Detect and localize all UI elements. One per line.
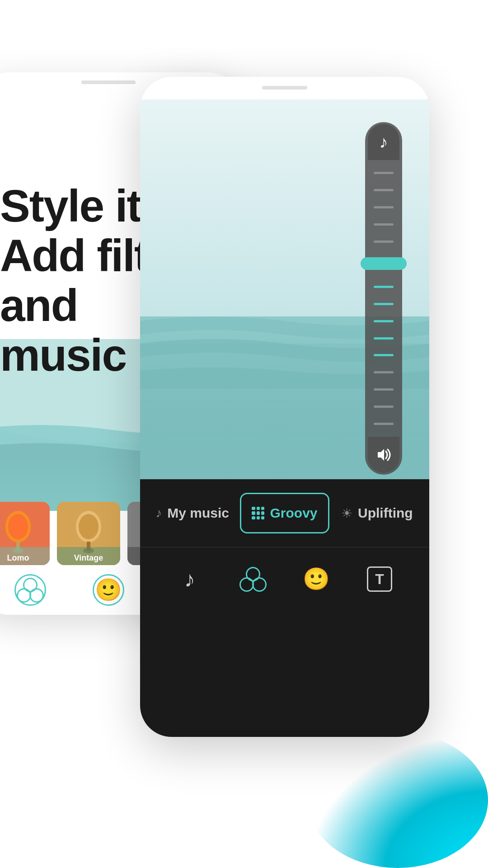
slider-line-10 [374, 354, 394, 356]
filter-thumb-lomo[interactable]: Lomo [0, 502, 50, 565]
slider-line-14 [374, 423, 394, 425]
slider-line-8 [374, 320, 394, 322]
slider-line-1 [374, 172, 394, 174]
slider-line-2 [374, 189, 394, 191]
slider-line-6 [374, 286, 394, 288]
toolbar-text-t-icon: T [367, 566, 392, 592]
toolbar-filters-btn[interactable] [235, 561, 271, 597]
slider-lines [365, 160, 402, 437]
front-phone-notch [262, 86, 307, 90]
toolbar-stickers-btn[interactable]: 🙂 [298, 561, 334, 597]
slider-bottom-icon [368, 437, 399, 473]
tab-groovy[interactable]: Groovy [240, 493, 329, 533]
slider-line-13 [374, 406, 394, 408]
music-tabs: ♪ My music Gr [140, 479, 429, 542]
back-phone-notch [81, 80, 136, 84]
groovy-grid-icon [252, 507, 264, 519]
slider-line-9 [374, 337, 394, 340]
uplifting-sun-icon: ☀ [341, 506, 352, 521]
toolbar-music-icon: ♪ [184, 567, 195, 592]
slider-line-5 [374, 241, 394, 243]
tab-uplifting-label: Uplifting [358, 505, 413, 521]
lomo-thumbnail-svg: Lomo [0, 502, 50, 565]
toolbar-music-btn[interactable]: ♪ [172, 561, 208, 597]
slider-thumb [361, 257, 407, 270]
speaker-icon [374, 445, 393, 464]
phone-screen: ♪ [140, 99, 429, 737]
svg-point-11 [79, 514, 99, 539]
slider-line-7 [374, 303, 394, 305]
slider-line-3 [374, 206, 394, 208]
svg-text:Vintage: Vintage [74, 553, 103, 562]
tagline-line3-text: music [0, 330, 126, 380]
my-music-note-icon: ♪ [155, 506, 162, 520]
svg-point-4 [8, 514, 28, 539]
toolbar-smiley-icon: 🙂 [303, 566, 330, 592]
phone-front: ♪ [140, 77, 429, 737]
tab-my-music-label: My music [167, 505, 229, 521]
smiley-btn-back[interactable]: 🙂 [93, 574, 124, 606]
toolbar-text-btn[interactable]: T [361, 561, 398, 597]
triple-circle-icon-toolbar [239, 567, 267, 592]
tab-groovy-label: Groovy [270, 505, 317, 521]
slider-line-11 [374, 371, 394, 373]
svg-text:Lomo: Lomo [7, 553, 29, 562]
vintage-thumbnail-svg: Vintage [57, 502, 120, 565]
slider-line-12 [374, 388, 394, 391]
music-note-icon-slider: ♪ [380, 132, 388, 152]
triple-circle-icon-back [17, 578, 44, 603]
tab-uplifting[interactable]: ☀ Uplifting [334, 493, 420, 533]
circles-icon-btn[interactable] [14, 574, 46, 606]
slider-line-4 [374, 223, 394, 226]
slider-thumb-area [365, 257, 402, 271]
tab-my-music[interactable]: ♪ My music [149, 493, 235, 533]
volume-slider[interactable]: ♪ [365, 122, 402, 475]
slider-top-icon: ♪ [368, 124, 399, 160]
smiley-icon-back: 🙂 [95, 577, 122, 603]
filter-thumb-vintage[interactable]: Vintage [57, 502, 120, 565]
background-blob [307, 732, 488, 868]
bottom-panel: ♪ My music Gr [140, 479, 429, 737]
bottom-toolbar: ♪ 🙂 T [140, 547, 429, 611]
